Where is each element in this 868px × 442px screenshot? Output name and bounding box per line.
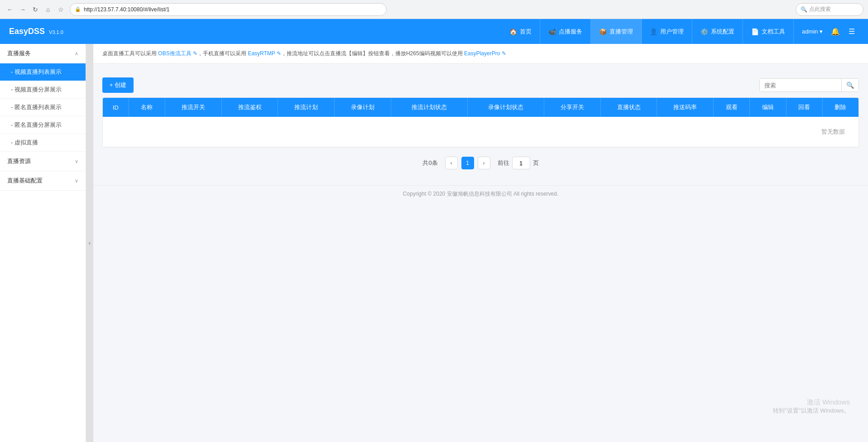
empty-hint: 暂无数据	[107, 122, 854, 141]
docs-icon: 📄	[751, 28, 759, 35]
bookmark-button[interactable]: ☆	[55, 4, 66, 15]
data-table-container: ID 名称 推流开关 推流鉴权 推流计划 录像计划 推流计划状态 录像计划状态 …	[102, 97, 859, 148]
browser-nav-buttons: ← → ↻ ⌂ ☆	[5, 4, 66, 15]
forward-button[interactable]: →	[17, 4, 28, 15]
prev-page-button[interactable]: ‹	[445, 157, 458, 169]
content-inner: + 创建 🔍 ID	[93, 64, 868, 185]
col-rec-status: 录像计划状态	[467, 98, 544, 117]
app-logo: EasyDSS V3.1.0	[9, 27, 63, 36]
chevron-down-icon-2: ∨	[75, 178, 78, 184]
vod-icon: 📹	[548, 28, 556, 35]
browser-chrome: ← → ↻ ⌂ ☆ 🔒 http://123.57.7.40:10080/#/l…	[0, 0, 868, 19]
current-page-button[interactable]: 1	[461, 157, 474, 169]
toggle-arrow-icon: ‹	[89, 240, 91, 246]
menu-icon[interactable]: ☰	[844, 24, 859, 39]
sidebar-item-anon-split[interactable]: - 匿名直播分屏展示	[0, 116, 86, 134]
goto-label: 前往	[498, 159, 509, 167]
address-bar[interactable]: 🔒 http://123.57.7.40:10080/#/live/list/1	[70, 3, 387, 16]
live-icon: 📦	[599, 28, 607, 35]
sidebar-item-virtual[interactable]: - 虚拟直播	[0, 134, 86, 152]
secure-icon: 🔒	[75, 6, 81, 12]
nav-vod[interactable]: 📹 点播服务	[540, 19, 591, 44]
table-header: ID 名称 推流开关 推流鉴权 推流计划 录像计划 推流计划状态 录像计划状态 …	[103, 98, 858, 117]
search-icon: 🔍	[846, 82, 854, 89]
col-delete: 删除	[822, 98, 858, 117]
col-push-status: 推流计划状态	[391, 98, 467, 117]
sidebar-toggle[interactable]: ‹	[86, 44, 93, 442]
total-count: 共0条	[422, 159, 437, 167]
table-scroll[interactable]: ID 名称 推流开关 推流鉴权 推流计划 录像计划 推流计划状态 录像计划状态 …	[103, 98, 858, 147]
browser-search[interactable]: 🔍 点此搜索	[796, 3, 863, 16]
url-text: http://123.57.7.40:10080/#/live/list/1	[84, 6, 382, 13]
info-bar: 桌面直播工具可以采用 OBS推流工具 ✎，手机直播可以采用 EasyRTMP ✎…	[93, 44, 868, 64]
create-button[interactable]: + 创建	[102, 77, 134, 93]
browser-search-placeholder: 点此搜索	[809, 5, 831, 13]
col-bitrate: 推送码率	[657, 98, 714, 117]
table-empty-row: 暂无数据	[103, 117, 858, 147]
page-label: 页	[533, 159, 539, 167]
app-wrapper: EasyDSS V3.1.0 🏠 首页 📹 点播服务 📦 直播管理 👤 用户管理…	[0, 19, 868, 442]
pagination: 共0条 ‹ 1 › 前往 页	[102, 148, 859, 178]
sidebar-section-live-service[interactable]: 直播服务 ∧	[0, 44, 86, 63]
top-nav: EasyDSS V3.1.0 🏠 首页 📹 点播服务 📦 直播管理 👤 用户管理…	[0, 19, 868, 44]
search-box: 🔍	[759, 78, 859, 92]
col-name: 名称	[129, 98, 165, 117]
back-button[interactable]: ←	[5, 4, 15, 15]
sidebar-item-anon-list[interactable]: - 匿名直播列表展示	[0, 99, 86, 116]
system-icon: ⚙️	[700, 28, 708, 35]
sidebar-item-live-split[interactable]: - 视频直播分屏展示	[0, 81, 86, 99]
col-id: ID	[103, 98, 129, 117]
nav-docs[interactable]: 📄 文档工具	[743, 19, 794, 44]
notification-icon[interactable]: 🔔	[828, 24, 843, 39]
nav-items: 🏠 首页 📹 点播服务 📦 直播管理 👤 用户管理 ⚙️ 系统配置 📄 文	[501, 19, 794, 44]
nav-right-controls: admin ▾ 🔔 ☰	[798, 24, 859, 39]
refresh-button[interactable]: ↻	[30, 4, 41, 15]
sidebar-section-live-config[interactable]: 直播基础配置 ∨	[0, 171, 86, 191]
page-jump: 前往 页	[498, 157, 539, 169]
col-watch: 观看	[714, 98, 750, 117]
col-push-auth: 推流鉴权	[221, 98, 278, 117]
col-edit: 编辑	[750, 98, 786, 117]
col-share-switch: 分享开关	[544, 98, 601, 117]
browser-search-icon: 🔍	[801, 6, 807, 13]
easyplayerpro-link[interactable]: EasyPlayerPro ✎	[464, 50, 506, 57]
sidebar: 直播服务 ∧ - 视频直播列表展示 - 视频直播分屏展示 - 匿名直播列表展示 …	[0, 44, 86, 442]
obs-link[interactable]: OBS推流工具 ✎	[158, 50, 197, 57]
nav-user[interactable]: 👤 用户管理	[642, 19, 692, 44]
col-push-switch: 推流开关	[165, 98, 222, 117]
col-rec-plan: 录像计划	[335, 98, 391, 117]
nav-system[interactable]: ⚙️ 系统配置	[692, 19, 743, 44]
table-body: 暂无数据	[103, 117, 858, 147]
sidebar-section-live-resource[interactable]: 直播资源 ∨	[0, 152, 86, 171]
home-icon: 🏠	[509, 28, 517, 35]
home-button[interactable]: ⌂	[43, 4, 53, 15]
search-button[interactable]: 🔍	[841, 79, 858, 91]
main-content: 桌面直播工具可以采用 OBS推流工具 ✎，手机直播可以采用 EasyRTMP ✎…	[93, 44, 868, 442]
nav-live[interactable]: 📦 直播管理	[591, 19, 642, 44]
chevron-down-icon: ∨	[75, 159, 78, 164]
admin-dropdown[interactable]: admin ▾	[798, 26, 826, 37]
sidebar-item-live-list[interactable]: - 视频直播列表展示	[0, 63, 86, 81]
search-input[interactable]	[760, 79, 841, 91]
col-replay: 回看	[786, 98, 822, 117]
footer: Copyright © 2020 安徽旭帆信息科技有限公司 All rights…	[93, 185, 868, 202]
page-jump-input[interactable]	[512, 157, 530, 169]
chevron-up-icon: ∧	[75, 51, 78, 57]
user-icon: 👤	[650, 28, 657, 35]
main-area: 直播服务 ∧ - 视频直播列表展示 - 视频直播分屏展示 - 匿名直播列表展示 …	[0, 44, 868, 442]
nav-home[interactable]: 🏠 首页	[501, 19, 540, 44]
next-page-button[interactable]: ›	[478, 157, 490, 169]
col-push-plan: 推流计划	[278, 98, 335, 117]
data-table: ID 名称 推流开关 推流鉴权 推流计划 录像计划 推流计划状态 录像计划状态 …	[103, 98, 858, 147]
toolbar: + 创建 🔍	[102, 71, 859, 97]
easyrtmp-link[interactable]: EasyRTMP ✎	[248, 50, 281, 57]
browser-right-controls: 🔍 点此搜索	[796, 3, 863, 16]
col-live-status: 直播状态	[600, 98, 657, 117]
